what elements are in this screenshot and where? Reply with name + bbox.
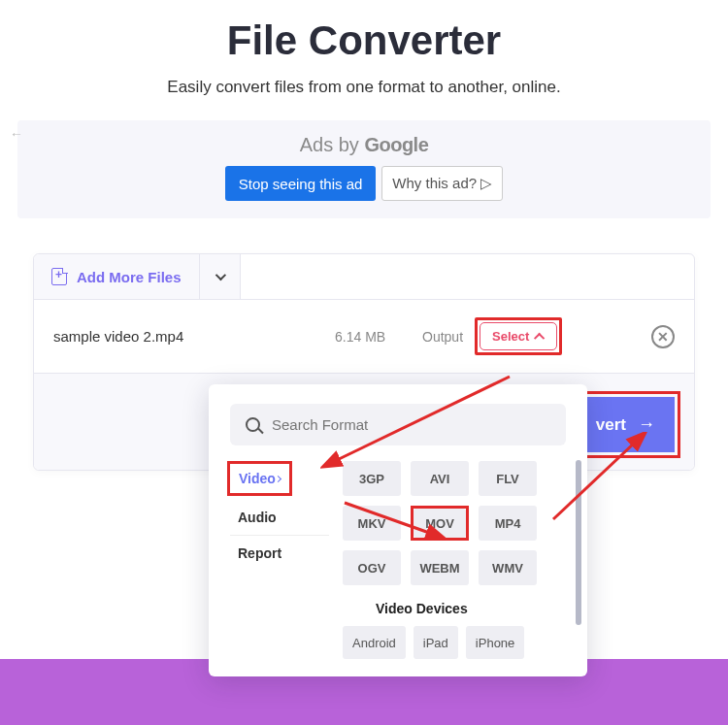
select-format-button[interactable]: Select: [480, 322, 557, 350]
why-ad-button[interactable]: Why this ad? ▷: [381, 166, 503, 201]
format-dropdown: Video Audio Report 3GP AVI FLV MKV MOV M…: [209, 384, 587, 676]
arrow-right-icon: →: [638, 414, 655, 435]
category-audio[interactable]: Audio: [230, 500, 329, 536]
annotation-box-video: Video: [227, 461, 292, 496]
format-flv[interactable]: FLV: [479, 461, 537, 496]
ad-by-text: Ads by: [300, 134, 359, 155]
convert-label: vert: [596, 415, 626, 435]
format-webm[interactable]: WEBM: [411, 550, 469, 585]
device-android[interactable]: Android: [343, 626, 406, 659]
category-video-label: Video: [239, 471, 276, 486]
remove-file-button[interactable]: ✕: [651, 325, 675, 348]
back-arrow-icon[interactable]: ←: [10, 126, 23, 142]
ad-attribution: Ads by Google: [25, 134, 703, 156]
file-size: 6.14 MB: [335, 329, 422, 345]
add-more-dropdown-button[interactable]: [200, 254, 241, 299]
category-column: Video Audio Report: [222, 461, 329, 659]
format-wmv[interactable]: WMV: [479, 550, 537, 585]
chevron-down-icon: [215, 270, 226, 280]
file-row: sample video 2.mp4 6.14 MB Output Select…: [34, 299, 694, 373]
page-title: File Converter: [0, 17, 728, 64]
search-icon: [246, 417, 260, 432]
format-mp4[interactable]: MP4: [479, 506, 537, 541]
scrollbar-thumb[interactable]: [576, 460, 581, 625]
select-label: Select: [492, 329, 529, 344]
add-more-files-button[interactable]: Add More Files: [34, 254, 200, 299]
video-devices-heading: Video Devices: [376, 601, 574, 616]
format-mkv[interactable]: MKV: [343, 506, 401, 541]
format-ogv[interactable]: OGV: [343, 550, 401, 585]
ad-brand: Google: [364, 134, 428, 155]
file-name: sample video 2.mp4: [53, 328, 335, 345]
category-video[interactable]: Video: [231, 465, 288, 492]
device-iphone[interactable]: iPhone: [466, 626, 524, 659]
format-mov[interactable]: MOV: [414, 509, 466, 538]
annotation-box-mov: MOV: [411, 506, 469, 541]
format-avi[interactable]: AVI: [411, 461, 469, 496]
search-format-input[interactable]: [272, 416, 550, 433]
stop-ad-button[interactable]: Stop seeing this ad: [225, 166, 377, 201]
output-label: Output: [422, 329, 463, 345]
search-format-box[interactable]: [230, 404, 566, 445]
chevron-right-icon: [275, 475, 281, 481]
add-more-label: Add More Files: [77, 269, 182, 285]
ad-banner: ← Ads by Google Stop seeing this ad Why …: [17, 120, 711, 218]
format-3gp[interactable]: 3GP: [343, 461, 401, 496]
file-plus-icon: [51, 268, 67, 285]
format-column: 3GP AVI FLV MKV MOV MP4 OGV WEBM WMV Vid…: [329, 461, 574, 659]
convert-button[interactable]: vert →: [577, 397, 675, 452]
category-report[interactable]: Report: [230, 536, 329, 571]
annotation-box-select: Select: [475, 317, 562, 355]
page-subtitle: Easily convert files from one format to …: [0, 78, 728, 97]
chevron-up-icon: [534, 332, 545, 343]
device-ipad[interactable]: iPad: [414, 626, 458, 659]
